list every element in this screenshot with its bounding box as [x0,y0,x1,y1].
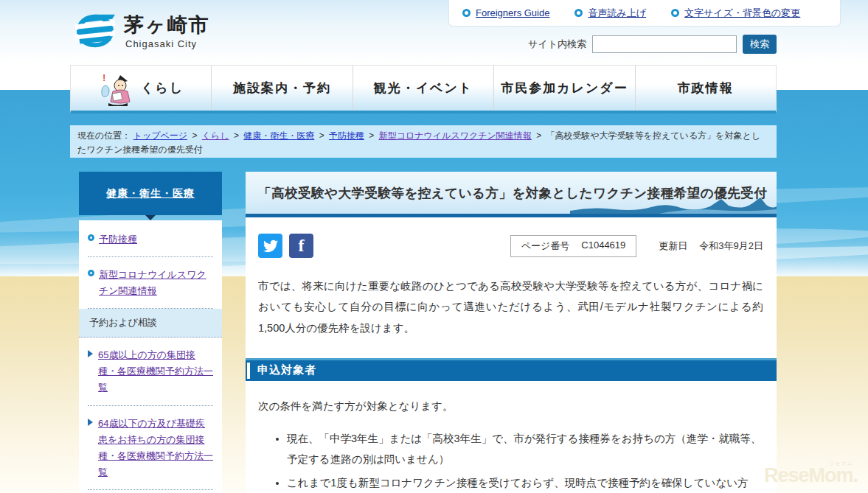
condition-item: これまで1度も新型コロナワクチン接種を受けておらず、現時点で接種予約を確保してい… [287,472,763,493]
triangle-bullet-icon [88,350,93,357]
tab-calendar[interactable]: 市民参加カレンダー [494,66,635,111]
section-heading: 申込対象者 [246,363,316,377]
circle-bullet-icon [462,9,471,17]
global-nav: ! くらし 施設案内・予約 観光・イベント 市民参加カレンダー 市政情報 [70,65,777,113]
page-title-banner: 「高校受験や大学受験等を控えている方」を対象としたワクチン接種希望の優先受付 [246,172,777,217]
tab-shisetsu[interactable]: 施設案内・予約 [212,66,353,111]
section-heading-band: 申込対象者 [246,358,777,381]
search-label: サイト内検索 [528,38,586,51]
sidebar-section-label: 予約および相談 [79,309,222,338]
svg-text:!: ! [103,72,105,83]
font-size-color-link[interactable]: 文字サイズ・背景色の変更 [671,7,800,20]
share-row: f ページ番号 C1044619 更新日 令和3年9月2日 [258,234,763,258]
breadcrumb-link-home[interactable]: トップページ [133,130,187,141]
condition-intro: 次の条件を満たす方が対象となります。 [258,399,763,413]
breadcrumb-link-covid-vaccine[interactable]: 新型コロナウイルスワクチン関連情報 [379,130,532,141]
watermark-text: ReseMom. [764,466,858,486]
wave-decoration [570,196,777,214]
resemom-watermark: リセマム ReseMom. [764,461,858,486]
sidebar-item-age12-15[interactable]: 12歳から15歳の方の接種 [88,490,213,493]
foreigners-guide-link[interactable]: Foreigners Guide [462,7,549,18]
search-input[interactable] [592,35,737,53]
updated-date: 更新日 令和3年9月2日 [659,239,763,253]
page-number-label: ページ番号 [521,239,570,253]
tab-kanko[interactable]: 観光・イベント [353,66,494,111]
triangle-bullet-icon [88,419,93,426]
sidebar-pointer-icon [145,215,156,220]
page-number-value: C1044619 [581,239,625,253]
circle-bullet-icon [88,234,94,241]
updated-label: 更新日 [659,239,687,253]
page: 茅ヶ崎市 Chigasaki City Foreigners Guide 音声読… [0,0,868,493]
tab-kurashi[interactable]: ! くらし [71,66,212,111]
sidebar-item-covid-vaccine-info[interactable]: 新型コロナウイルスワクチン関連情報 [88,257,213,309]
sidebar-item-over65[interactable]: 65歳以上の方の集団接種・各医療機関予約方法一覧 [88,338,213,405]
text-to-speech-link[interactable]: 音声読み上げ [574,7,646,20]
circle-bullet-icon [88,270,94,276]
sidebar-item-yobosesshu[interactable]: 予防接種 [88,222,213,257]
sidebar-item-under64[interactable]: 64歳以下の方及び基礎疾患をお持ちの方の集団接種・各医療機関予約方法一覧 [88,406,213,490]
sidebar: 健康・衛生・医療 予防接種 新型コロナウイルスワクチン関連情報 予約および相談 … [79,172,222,493]
sidebar-header-health[interactable]: 健康・衛生・医療 [79,172,222,215]
site-title: 茅ヶ崎市 [124,15,210,37]
circle-bullet-icon [671,9,679,17]
facebook-share-button[interactable]: f [289,234,313,258]
circle-bullet-icon [574,9,583,17]
breadcrumb-link-health[interactable]: 健康・衛生・医療 [243,130,314,141]
updated-value: 令和3年9月2日 [699,239,763,253]
site-search: サイト内検索 検索 [0,35,777,54]
twitter-icon [263,239,278,254]
breadcrumb: 現在の位置： トップページ > くらし > 健康・衛生・医療 > 予防接種 > … [70,125,777,158]
page-number-box: ページ番号 C1044619 [510,235,637,257]
mascot-icon: ! [98,69,136,108]
condition-list: 現在、「中学3年生」または「高校3年生」で、市が発行する接種券をお持ちの方（進学… [246,428,763,493]
breadcrumb-link-kurashi[interactable]: くらし [202,130,229,141]
search-button[interactable]: 検索 [743,35,777,54]
tab-shisei[interactable]: 市政情報 [636,66,776,111]
condition-item: 現在、「中学3年生」または「高校3年生」で、市が発行する接種券をお持ちの方（進学… [287,428,763,470]
utility-links-bar: Foreigners Guide 音声読み上げ 文字サイズ・背景色の変更 [448,0,841,27]
breadcrumb-link-vaccination[interactable]: 予防接種 [329,130,364,141]
breadcrumb-prefix: 現在の位置： [77,130,131,141]
twitter-share-button[interactable] [258,234,282,258]
intro-paragraph: 市では、将来に向けた重要な岐路のひとつである高校受験や大学受験等を控えている方が… [258,276,763,338]
main-content: 「高校受験や大学受験等を控えている方」を対象としたワクチン接種希望の優先受付 f… [246,172,777,493]
